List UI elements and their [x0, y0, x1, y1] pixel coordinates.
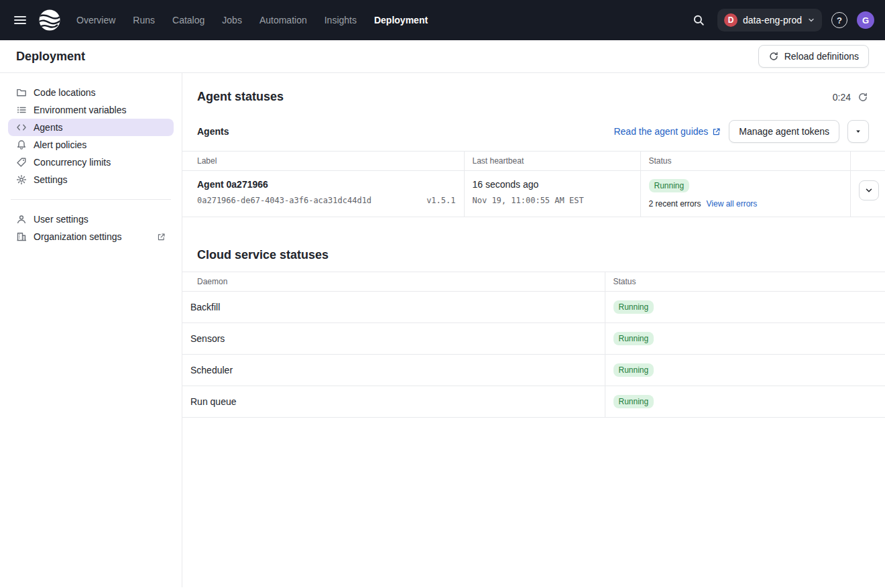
daemon-row: Backfill Running [182, 292, 885, 323]
nav-catalog[interactable]: Catalog [172, 15, 204, 25]
col-header-status: Status [640, 152, 850, 171]
page-title: Deployment [16, 50, 85, 64]
chevron-down-icon [807, 16, 815, 24]
sidebar-item-code-locations[interactable]: Code locations [8, 84, 174, 101]
refresh-countdown: 0:24 [833, 92, 851, 103]
col-header-heartbeat: Last heartbeat [464, 152, 640, 171]
col-header-actions [850, 152, 885, 171]
help-icon: ? [837, 15, 842, 25]
bell-icon [16, 139, 27, 150]
daemon-status-cell: Running [605, 355, 885, 386]
page-header: Deployment Reload definitions [0, 40, 885, 73]
gear-icon [16, 174, 27, 185]
agents-more-menu-button[interactable] [847, 120, 869, 143]
sidebar-item-label: Agents [34, 122, 63, 133]
col-header-label: Label [182, 152, 464, 171]
view-all-errors-link[interactable]: View all errors [707, 199, 758, 209]
status-badge: Running [613, 395, 654, 408]
top-navbar: Overview Runs Catalog Jobs Automation In… [0, 0, 885, 40]
hamburger-icon [13, 13, 27, 27]
tag-icon [16, 157, 27, 168]
search-icon [693, 14, 705, 26]
status-badge: Running [613, 300, 654, 314]
nav-overview[interactable]: Overview [76, 15, 115, 25]
sidebar-item-label: Code locations [34, 87, 96, 98]
daemon-name-cell: Backfill [182, 292, 605, 323]
sidebar-item-label: Alert policies [34, 139, 86, 150]
agent-guides-link[interactable]: Read the agent guides [613, 126, 721, 137]
daemons-table-header-row: Daemon Status [182, 272, 885, 292]
agent-label-cell: Agent 0a271966 0a271966-de67-4043-a3f6-a… [182, 171, 464, 217]
daemon-row: Run queue Running [182, 386, 885, 418]
sidebar-item-label: Concurrency limits [34, 157, 111, 168]
status-badge: Running [649, 179, 690, 192]
help-button[interactable]: ? [831, 12, 847, 28]
caret-down-icon [855, 128, 862, 135]
sidebar-item-concurrency-limits[interactable]: Concurrency limits [8, 154, 174, 171]
nav-automation[interactable]: Automation [259, 15, 307, 25]
agent-id: 0a271966-de67-4043-a3f6-aca31dc44d1d [197, 196, 371, 205]
avatar[interactable]: G [857, 11, 874, 29]
sidebar-item-environment-variables[interactable]: Environment variables [8, 101, 174, 119]
sidebar-item-organization-settings[interactable]: Organization settings [8, 228, 174, 245]
daemon-status-cell: Running [605, 323, 885, 355]
main-content: Agent statuses 0:24 Agents Read the agen… [182, 73, 885, 587]
daemon-row: Sensors Running [182, 323, 885, 355]
sidebar-item-alert-policies[interactable]: Alert policies [8, 136, 174, 154]
agent-status-cell: Running 2 recent errors View all errors [640, 171, 850, 217]
external-link-icon [712, 127, 721, 136]
status-badge: Running [613, 363, 654, 377]
sidebar-item-label: Organization settings [34, 231, 122, 242]
agent-name: Agent 0a271966 [197, 179, 456, 190]
sidebar-item-label: Settings [34, 174, 68, 185]
agent-icon [16, 122, 27, 133]
sidebar-item-label: Environment variables [34, 105, 127, 115]
agent-actions-cell [850, 171, 885, 217]
env-list-icon [16, 105, 27, 115]
nav-deployment[interactable]: Deployment [374, 15, 428, 25]
heartbeat-timestamp: Nov 19, 11:00:55 AM EST [473, 196, 632, 205]
agent-row: Agent 0a271966 0a271966-de67-4043-a3f6-a… [182, 171, 885, 217]
sidebar-divider [11, 199, 171, 200]
daemon-row: Scheduler Running [182, 355, 885, 386]
hamburger-menu-button[interactable] [11, 11, 30, 30]
sidebar-item-user-settings[interactable]: User settings [8, 211, 174, 228]
reload-icon [768, 51, 779, 62]
cloud-service-statuses-title: Cloud service statuses [182, 248, 885, 262]
building-icon [16, 231, 27, 242]
sidebar: Code locations Environment variables Age… [0, 73, 182, 587]
folder-icon [16, 87, 27, 98]
recent-errors-text: 2 recent errors [649, 199, 701, 209]
daemon-name-cell: Scheduler [182, 355, 605, 386]
daemon-name-cell: Run queue [182, 386, 605, 418]
manage-agent-tokens-label: Manage agent tokens [739, 126, 829, 137]
agent-heartbeat-cell: 16 seconds ago Nov 19, 11:00:55 AM EST [464, 171, 640, 217]
agents-table-header-row: Label Last heartbeat Status [182, 152, 885, 171]
reload-definitions-button[interactable]: Reload definitions [758, 45, 869, 68]
status-badge: Running [613, 332, 654, 345]
nav-insights[interactable]: Insights [324, 15, 357, 25]
col-header-status: Status [605, 272, 885, 292]
dagster-logo[interactable] [38, 8, 62, 32]
sidebar-item-label: User settings [34, 214, 88, 225]
agents-subtitle: Agents [197, 126, 229, 137]
col-header-daemon: Daemon [182, 272, 605, 292]
deployment-selector[interactable]: D data-eng-prod [717, 9, 822, 32]
daemon-status-cell: Running [605, 386, 885, 418]
search-button[interactable] [689, 11, 708, 30]
daemon-status-cell: Running [605, 292, 885, 323]
sidebar-item-settings[interactable]: Settings [8, 171, 174, 188]
chevron-down-icon [864, 186, 874, 195]
agents-table: Label Last heartbeat Status Agent 0a2719… [182, 151, 885, 217]
sidebar-item-agents[interactable]: Agents [8, 119, 174, 136]
nav-jobs[interactable]: Jobs [222, 15, 242, 25]
refresh-button[interactable] [857, 91, 869, 103]
manage-agent-tokens-button[interactable]: Manage agent tokens [729, 120, 839, 143]
deployment-name: data-eng-prod [743, 15, 802, 25]
daemon-name-cell: Sensors [182, 323, 605, 355]
agent-version: v1.5.1 [426, 196, 455, 205]
nav-runs[interactable]: Runs [133, 15, 155, 25]
agent-expand-button[interactable] [859, 180, 879, 200]
refresh-icon [858, 92, 868, 103]
agent-guides-label: Read the agent guides [613, 126, 708, 137]
